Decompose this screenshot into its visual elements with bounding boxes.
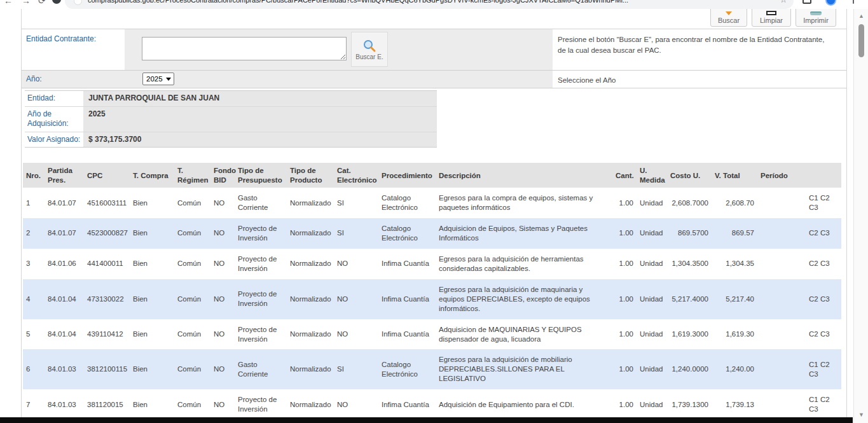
bookmark-star-icon[interactable]: ☆: [780, 0, 787, 4]
table-row: 784.01.03381120015BienComúnNOProyecto de…: [23, 389, 841, 420]
browser-toolbar: ← → ⟳ compraspublicas.gob.ec/ProcesoCont…: [0, 0, 868, 9]
cell-partida: 84.01.06: [45, 249, 84, 279]
cell-v_total: 5,217.40: [712, 279, 757, 319]
cell-cpc: 439110412: [84, 319, 130, 350]
cell-periodo: C1 C2 C3: [757, 349, 841, 389]
cell-cat_electronico: NO: [334, 279, 378, 319]
chevron-down-icon: [166, 78, 171, 81]
cell-cat_electronico: SI: [334, 188, 378, 218]
cell-periodo: C2 C3: [757, 249, 841, 279]
cell-costo_u: 1,619.3000: [667, 319, 712, 350]
anio-label: Año:: [26, 74, 42, 83]
cell-cat_electronico: SI: [334, 349, 378, 389]
cell-fondo_bid: NO: [210, 218, 235, 249]
address-bar[interactable]: compraspublicas.gob.ec/ProcesoContrataci…: [65, 0, 794, 9]
column-header-t_compra: T. Compra: [130, 163, 174, 188]
cell-fondo_bid: NO: [210, 389, 235, 420]
cell-nro: 7: [23, 389, 45, 420]
pac-table-wrap: Nro.Partida Pres.CPCT. CompraT. RégimenF…: [23, 163, 846, 420]
cell-periodo: C1 C2 C3: [757, 389, 841, 420]
cell-tipo_presupuesto: Proyecto de Inversión: [235, 319, 287, 350]
cell-descripcion: Egresos para la adquisición de mobiliari…: [436, 349, 612, 389]
cell-v_total: 1,619.30: [712, 319, 757, 350]
side-panel-icon[interactable]: [803, 0, 811, 4]
cell-tipo_producto: Normalizado: [287, 249, 334, 279]
cell-fondo_bid: NO: [210, 349, 235, 389]
cell-u_medida: Unidad: [637, 188, 667, 218]
page-toolbar: Buscar Limpiar Imprimir: [22, 9, 846, 29]
content-frame: Buscar Limpiar Imprimir Entidad Contrata…: [21, 9, 847, 423]
buscar-entidad-button[interactable]: Buscar E.: [351, 32, 388, 67]
vertical-scrollbar[interactable]: ▲ ▼: [853, 9, 868, 423]
entity-info-row: Entidad: JUNTA PARROQUIAL DE SAN JUAN: [25, 91, 437, 107]
cell-v_total: 1,240.00: [712, 349, 757, 389]
cell-u_medida: Unidad: [637, 279, 667, 319]
valor-asignado-label: Valor Asignado:: [25, 132, 83, 148]
url-text[interactable]: compraspublicas.gob.ec/ProcesoContrataci…: [88, 0, 762, 4]
cell-tipo_producto: Normalizado: [287, 349, 334, 389]
column-header-descripcion: Descripción: [436, 163, 612, 188]
pac-table: Nro.Partida Pres.CPCT. CompraT. RégimenF…: [23, 163, 841, 420]
cell-t_regimen: Común: [174, 279, 210, 319]
cell-partida: 84.01.07: [45, 188, 84, 218]
cell-tipo_presupuesto: Proyecto de Inversión: [235, 279, 287, 319]
buscar-entidad-label: Buscar E.: [355, 53, 383, 60]
column-header-fondo_bid: Fondo BID: [210, 163, 235, 188]
bottom-edge-bar: [0, 417, 853, 423]
cell-periodo: C2 C3: [757, 218, 841, 249]
browser-menu-icon[interactable]: [853, 0, 854, 4]
cell-partida: 84.01.04: [45, 319, 84, 350]
forward-icon[interactable]: →: [22, 0, 31, 6]
cell-procedimiento: Infima Cuantía: [378, 389, 436, 420]
cell-tipo_producto: Normalizado: [287, 279, 334, 319]
entidad-field-band: Buscar E.: [125, 29, 553, 70]
cell-costo_u: 1,240.0000: [667, 349, 712, 389]
cell-v_total: 869.57: [712, 218, 757, 249]
cell-t_compra: Bien: [130, 218, 174, 249]
entidad-info-label: Entidad:: [25, 91, 83, 106]
cell-procedimiento: Infima Cuantía: [378, 279, 436, 319]
cell-descripcion: Egresos para la compra de equipos, siste…: [436, 188, 612, 218]
table-row: 484.01.04473130022BienComúnNOProyecto de…: [23, 279, 841, 319]
anio-select[interactable]: 2025: [142, 73, 174, 85]
cell-t_compra: Bien: [130, 349, 174, 389]
anio-adquisicion-label: Año de Adquisición:: [25, 107, 83, 132]
cell-cpc: 473130022: [84, 279, 130, 319]
cell-periodo: C1 C2 C3: [757, 188, 841, 218]
column-header-t_regimen: T. Régimen: [174, 163, 210, 188]
cell-nro: 3: [23, 249, 45, 279]
table-row: 684.01.033812100115BienComúnNOGasto Corr…: [23, 349, 841, 389]
printer-icon: [810, 11, 822, 15]
site-info-icon[interactable]: [74, 0, 82, 5]
cell-t_regimen: Común: [174, 249, 210, 279]
cell-costo_u: 1,304.3500: [667, 249, 712, 279]
cell-cant: 1.00: [612, 249, 637, 279]
cell-costo_u: 1,739.1300: [667, 389, 712, 420]
cell-cat_electronico: NO: [334, 389, 378, 420]
scrollbar-thumb[interactable]: [858, 24, 864, 57]
cell-cat_electronico: NO: [334, 249, 378, 279]
scroll-up-arrow-icon[interactable]: ▲: [854, 11, 868, 20]
profile-avatar[interactable]: [825, 0, 836, 6]
back-icon[interactable]: ←: [4, 0, 13, 6]
entity-info-row: Año de Adquisición: 2025: [25, 107, 437, 132]
limpiar-button[interactable]: Limpiar: [752, 9, 791, 27]
cell-cpc: 3812100115: [84, 349, 130, 389]
column-header-procedimiento: Procedimiento: [378, 163, 436, 188]
scroll-down-arrow-icon[interactable]: ▼: [854, 410, 868, 419]
cell-tipo_presupuesto: Gasto Corriente: [235, 349, 287, 389]
cell-cpc: 381120015: [84, 389, 130, 420]
buscar-button[interactable]: Buscar: [710, 9, 747, 27]
reload-icon[interactable]: ⟳: [38, 0, 46, 6]
entidad-contratante-input[interactable]: [142, 37, 347, 60]
pac-table-header: Nro.Partida Pres.CPCT. CompraT. RégimenF…: [23, 163, 841, 188]
column-header-partida: Partida Pres.: [45, 163, 84, 188]
imprimir-button[interactable]: Imprimir: [796, 9, 836, 27]
cell-nro: 1: [23, 188, 45, 218]
entity-info-row: Valor Asignado: $ 373,175.3700: [25, 132, 437, 148]
cell-cpc: 4516003111: [84, 188, 130, 218]
extension-icon[interactable]: [52, 0, 61, 4]
column-header-nro: Nro.: [23, 163, 45, 188]
cell-costo_u: 2,608.7000: [667, 188, 712, 218]
cell-nro: 4: [23, 279, 45, 319]
